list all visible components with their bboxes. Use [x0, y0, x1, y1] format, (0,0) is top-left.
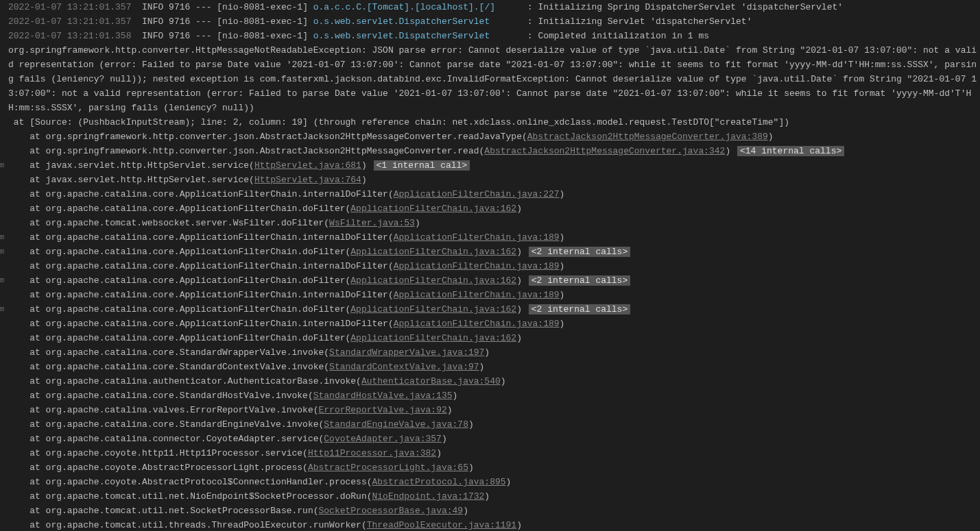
stack-text: at org.apache.catalina.connector.CoyoteA… [8, 434, 324, 444]
stack-text: at org.apache.catalina.core.ApplicationF… [8, 290, 394, 300]
source-link[interactable]: ApplicationFilterChain.java:162 [350, 203, 516, 214]
source-link[interactable]: ApplicationFilterChain.java:227 [394, 189, 560, 199]
source-link[interactable]: ApplicationFilterChain.java:189 [394, 261, 560, 271]
fold-expand-icon[interactable]: ⊞ [0, 158, 8, 173]
stack-text: ) [560, 290, 565, 300]
log-line: 2022-01-07 13:21:01.357 INFO 9716 --- [n… [8, 14, 980, 29]
source-link[interactable]: ApplicationFilterChain.java:162 [350, 304, 516, 314]
source-link[interactable]: SocketProcessorBase.java:49 [319, 506, 464, 516]
timestamp: 2022-01-07 13:21:01.357 [8, 2, 131, 12]
stack-text: at org.springframework.http.converter.js… [8, 146, 484, 156]
stack-text: at org.springframework.http.converter.js… [8, 132, 527, 142]
stack-frame: at org.apache.tomcat.util.net.NioEndpoin… [8, 489, 980, 504]
stack-frame: at org.apache.coyote.AbstractProcessorLi… [8, 460, 980, 475]
source-link[interactable]: NioEndpoint.java:1732 [372, 491, 485, 502]
fold-expand-icon [0, 115, 8, 129]
fold-expand-icon [0, 259, 8, 273]
stack-text: at org.apache.coyote.AbstractProcessorLi… [8, 462, 308, 473]
source-link[interactable]: StandardContextValve.java:97 [329, 362, 479, 372]
internal-calls-badge[interactable]: <2 internal calls> [529, 304, 630, 314]
stack-text: ) [415, 218, 420, 228]
stack-text: at org.apache.catalina.core.ApplicationF… [8, 275, 350, 286]
source-link[interactable]: AuthenticatorBase.java:540 [361, 376, 501, 386]
stack-frame: at org.apache.catalina.core.ApplicationF… [8, 288, 980, 302]
fold-expand-icon [0, 489, 8, 504]
stack-frame: at org.apache.catalina.core.ApplicationF… [8, 331, 980, 345]
stack-text: ) [560, 232, 565, 243]
stack-text: ) [560, 261, 565, 271]
fold-expand-icon[interactable]: ⊞ [0, 273, 8, 288]
source-link[interactable]: StandardHostValve.java:135 [313, 391, 453, 401]
stack-text: ) [361, 160, 367, 171]
fold-expand-icon[interactable]: ⊞ [0, 245, 8, 259]
stack-text: ) [501, 376, 506, 386]
thread: [nio-8081-exec-1] [217, 2, 308, 12]
stack-text: ) [560, 319, 565, 329]
stack-text: ) [468, 419, 474, 430]
source-link[interactable]: ApplicationFilterChain.java:162 [350, 247, 516, 257]
fold-expand-icon [0, 43, 8, 58]
source-link[interactable]: ApplicationFilterChain.java:189 [394, 290, 560, 300]
message: Initializing Servlet 'dispatcherServlet' [538, 16, 752, 27]
stack-text: ) [484, 347, 490, 358]
stack-text: ) [447, 405, 453, 415]
stack-text: at org.apache.tomcat.util.threads.Thread… [8, 520, 367, 530]
fold-expand-icon [0, 432, 8, 446]
fold-expand-icon [0, 446, 8, 460]
stack-text: at org.apache.catalina.core.ApplicationF… [8, 232, 394, 243]
fold-expand-icon[interactable]: ⊞ [0, 302, 8, 317]
log-level: INFO [142, 2, 163, 12]
source-link[interactable]: StandardWrapperValve.java:197 [329, 347, 484, 358]
source-link[interactable]: ApplicationFilterChain.java:189 [394, 232, 560, 243]
fold-expand-icon [0, 374, 8, 388]
stack-text: ) [560, 189, 565, 199]
timestamp: 2022-01-07 13:21:01.357 [8, 16, 131, 27]
source-link[interactable]: CoyoteAdapter.java:357 [324, 434, 442, 444]
source-link[interactable]: AbstractJackson2HttpMessageConverter.jav… [527, 132, 768, 142]
stack-text: ) [516, 275, 522, 286]
source-link[interactable]: WsFilter.java:53 [329, 218, 415, 228]
source-link[interactable]: ApplicationFilterChain.java:162 [350, 275, 516, 286]
stack-text: ) [361, 175, 367, 185]
stack-text: ) [516, 520, 522, 530]
stack-text: ) [442, 434, 447, 444]
source-link[interactable]: ApplicationFilterChain.java:189 [394, 319, 560, 329]
source-link[interactable]: Http11Processor.java:382 [308, 448, 436, 458]
stack-text: ) [768, 132, 774, 142]
internal-calls-badge[interactable]: <2 internal calls> [529, 247, 630, 257]
source-link[interactable]: AbstractJackson2HttpMessageConverter.jav… [484, 146, 725, 156]
stack-frame: at org.apache.coyote.http11.Http11Proces… [8, 446, 980, 460]
internal-calls-badge[interactable]: <2 internal calls> [529, 275, 630, 286]
stack-frame: at org.apache.catalina.core.StandardHost… [8, 388, 980, 403]
source-link[interactable]: AbstractProtocol.java:895 [372, 477, 506, 487]
stack-text: at org.apache.catalina.core.ApplicationF… [8, 247, 350, 257]
fold-expand-icon[interactable]: ⊞ [0, 230, 8, 245]
pid: 9716 [169, 2, 190, 12]
stack-text: at org.apache.catalina.core.StandardHost… [8, 391, 313, 401]
stack-frame: at org.apache.catalina.core.ApplicationF… [8, 317, 980, 331]
source-link[interactable]: ErrorReportValve.java:92 [319, 405, 447, 415]
internal-calls-badge[interactable]: <1 internal call> [374, 160, 470, 171]
log-line: 2022-01-07 13:21:01.358 INFO 9716 --- [n… [8, 29, 980, 43]
source-link[interactable]: ThreadPoolExecutor.java:1191 [367, 520, 516, 530]
source-link[interactable]: ApplicationFilterChain.java:162 [350, 333, 516, 343]
fold-expand-icon [0, 417, 8, 432]
stack-frame: at org.apache.catalina.valves.ErrorRepor… [8, 403, 980, 417]
stack-text: at org.apache.catalina.core.ApplicationF… [8, 203, 350, 214]
stack-frame: at org.springframework.http.converter.js… [8, 144, 980, 158]
fold-expand-icon [0, 475, 8, 489]
logger: o.s.web.servlet.DispatcherServlet [313, 31, 522, 41]
pid: 9716 [169, 16, 190, 27]
stack-text: at org.apache.catalina.core.ApplicationF… [8, 304, 350, 314]
stack-text: at org.apache.coyote.AbstractProtocol$Co… [8, 477, 372, 487]
source-link[interactable]: HttpServlet.java:764 [254, 175, 361, 185]
stack-frame: at org.apache.catalina.core.StandardCont… [8, 360, 980, 374]
pid: 9716 [169, 31, 190, 41]
internal-calls-badge[interactable]: <14 internal calls> [737, 146, 844, 156]
fold-expand-icon [0, 129, 8, 144]
source-link[interactable]: StandardEngineValve.java:78 [324, 419, 468, 430]
stack-frame: at org.apache.catalina.authenticator.Aut… [8, 374, 980, 388]
source-link[interactable]: HttpServlet.java:681 [254, 160, 361, 171]
stack-text: ) [479, 362, 485, 372]
source-link[interactable]: AbstractProcessorLight.java:65 [308, 462, 468, 473]
